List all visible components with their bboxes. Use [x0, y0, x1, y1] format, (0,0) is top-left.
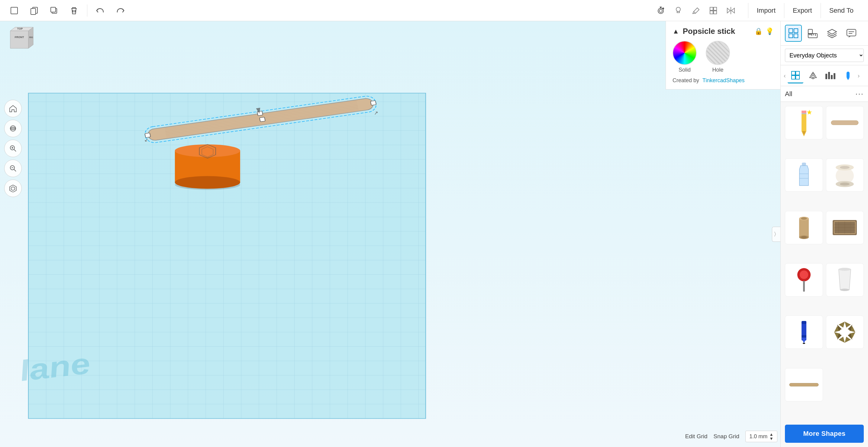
zoom-in-button[interactable]	[4, 140, 22, 157]
shape-item-starburst[interactable]	[826, 316, 864, 349]
svg-rect-128	[831, 121, 858, 125]
toolbar-separator-1	[87, 4, 87, 17]
svg-rect-82	[259, 117, 265, 121]
send-to-button[interactable]: Send To	[820, 3, 862, 18]
svg-rect-77	[257, 111, 263, 115]
svg-rect-131	[799, 174, 808, 174]
svg-text:★: ★	[806, 109, 812, 116]
layers-button[interactable]	[824, 25, 840, 42]
svg-point-118	[812, 75, 814, 78]
import-button[interactable]: Import	[748, 3, 784, 18]
zoom-out-button[interactable]	[4, 159, 22, 177]
svg-marker-165	[845, 337, 851, 343]
svg-point-152	[800, 270, 808, 279]
more-options-button[interactable]: ···	[855, 89, 864, 98]
sketch-button[interactable]	[688, 2, 704, 19]
delete-button[interactable]	[66, 2, 82, 19]
shapes-view-button[interactable]	[785, 25, 802, 42]
svg-rect-115	[796, 71, 799, 75]
svg-rect-114	[792, 71, 795, 75]
duplicate-button[interactable]	[46, 2, 62, 19]
hole-label: Hole	[706, 67, 730, 73]
expand-right-button[interactable]: 〉	[772, 227, 780, 242]
category-dropdown[interactable]: Everyday Objects	[785, 49, 864, 62]
hole-circle	[706, 41, 730, 65]
shape-item-pencil[interactable]: ★	[785, 106, 823, 139]
main-toolbar: Import Export Send To	[0, 0, 868, 21]
hole-color-option[interactable]: Hole	[706, 41, 730, 73]
credit-text: Created by	[673, 78, 699, 83]
copy-clipboard-button[interactable]	[26, 2, 42, 19]
svg-marker-99	[10, 185, 16, 192]
marker-tab[interactable]	[840, 68, 856, 83]
shape-item-popsicle[interactable]	[826, 106, 864, 139]
svg-rect-125	[802, 113, 806, 114]
solid-label: Solid	[673, 67, 697, 73]
svg-rect-130	[802, 162, 806, 166]
svg-rect-103	[789, 34, 793, 38]
svg-rect-173	[789, 383, 818, 386]
svg-rect-119	[846, 71, 849, 78]
more-shapes-button[interactable]: More Shapes	[785, 425, 864, 443]
recycled-tab[interactable]	[805, 68, 821, 83]
svg-rect-153	[803, 281, 805, 292]
snap-grid-value[interactable]: 1.0 mm ▲▼	[745, 431, 777, 442]
svg-text:FRONT: FRONT	[15, 36, 24, 39]
svg-point-63	[175, 176, 240, 189]
svg-rect-124	[802, 111, 806, 113]
snap-grid-label: Snap Grid	[714, 433, 740, 440]
shapes-grid: ★	[781, 102, 868, 422]
shape-item-marker[interactable]	[785, 316, 823, 349]
action-buttons: Import Export Send To	[748, 3, 862, 18]
svg-point-160	[803, 343, 805, 344]
view-cube[interactable]: TOP FRONT RIG	[4, 25, 34, 54]
svg-point-7	[662, 8, 664, 9]
shape-item-toilet-paper[interactable]	[826, 158, 864, 191]
camera-button[interactable]	[653, 2, 669, 19]
mirror-button[interactable]	[723, 2, 739, 19]
export-button[interactable]: Export	[784, 3, 820, 18]
shape-item-pushpin[interactable]	[785, 263, 823, 297]
shape-credit: Created by TinkercadShapes	[673, 78, 774, 84]
chat-button[interactable]	[843, 25, 860, 42]
svg-rect-116	[792, 76, 795, 79]
featured-tab[interactable]	[787, 68, 803, 83]
svg-rect-157	[802, 321, 806, 324]
orbit-button[interactable]	[4, 120, 22, 137]
svg-point-62	[175, 145, 240, 157]
lock-icon[interactable]: 🔒	[754, 28, 763, 35]
bars-tab[interactable]	[823, 68, 838, 83]
svg-marker-85	[10, 31, 28, 48]
new-button[interactable]	[6, 2, 22, 19]
svg-rect-0	[11, 7, 18, 14]
collapse-panel-button[interactable]: ▲	[673, 28, 679, 35]
svg-rect-101	[789, 29, 793, 33]
snap-arrow-icon: ▲▼	[769, 432, 773, 441]
redo-button[interactable]	[112, 2, 128, 19]
svg-rect-102	[794, 29, 798, 33]
shape-item-stick[interactable]	[785, 368, 823, 401]
light-icon[interactable]: 💡	[766, 28, 774, 35]
filter-label: All	[785, 90, 792, 98]
group-button[interactable]	[705, 2, 721, 19]
shape-info-header: ▲ Popsicle stick 🔒 💡	[673, 27, 774, 36]
solid-color-option[interactable]: Solid	[673, 41, 697, 73]
shape-item-mat[interactable]	[826, 211, 864, 244]
right-panel: Everyday Objects ‹	[780, 21, 868, 447]
credit-link[interactable]: TinkercadShapes	[703, 78, 744, 83]
grid-background: ↙ ↗ lane	[0, 21, 780, 447]
svg-point-155	[840, 289, 849, 291]
lightbulb-button[interactable]	[670, 2, 686, 19]
shape-item-bottle[interactable]	[785, 158, 823, 191]
undo-button[interactable]	[92, 2, 108, 19]
svg-point-137	[840, 183, 849, 185]
perspective-button[interactable]	[4, 180, 22, 197]
shape-item-cup[interactable]	[826, 263, 864, 297]
canvas-area[interactable]: ↙ ↗ lane TOP FRONT RIG	[0, 21, 780, 447]
ruler-button[interactable]	[804, 25, 821, 42]
home-view-button[interactable]	[4, 100, 22, 117]
main-area: ↙ ↗ lane TOP FRONT RIG	[0, 21, 868, 447]
shape-item-cardboard-tube[interactable]	[785, 211, 823, 244]
tabs-prev-button[interactable]: ‹	[784, 72, 786, 79]
tabs-next-button[interactable]: ›	[858, 72, 860, 79]
